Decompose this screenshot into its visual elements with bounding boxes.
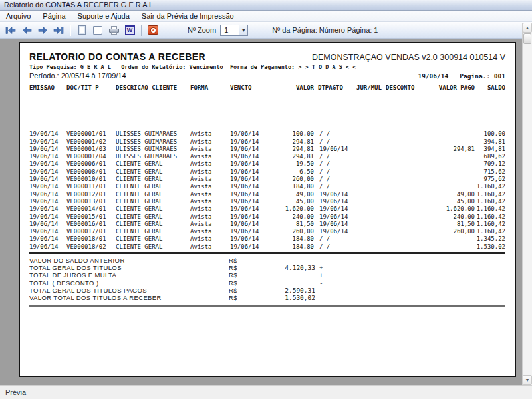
col-emissao: EMISSAO xyxy=(29,84,66,92)
table-row: 19/06/14 VE000017/01 CLIENTE GERAL Avist… xyxy=(29,228,505,235)
menu-item-label: Página xyxy=(43,12,65,20)
col-desconto: DESCONTO xyxy=(386,84,422,92)
menu-item[interactable]: Página xyxy=(37,11,71,21)
cell-desconto xyxy=(386,146,422,153)
cell-cliente: ULISSES GUIMARAES xyxy=(116,153,188,160)
menu-item-label: Suporte e Ajuda xyxy=(78,12,130,20)
cell-doc: VE000015/01 xyxy=(66,213,116,221)
cell-forma: Avista xyxy=(188,228,230,235)
cell-dtpagto: / / xyxy=(314,130,356,138)
cell-pago: 294,81 xyxy=(422,146,475,153)
zoom-label: Nº Zoom xyxy=(188,26,216,34)
table-row: 19/06/14 VE000001/04 ULISSES GUIMARAES A… xyxy=(29,153,505,160)
table-row: 19/06/14 VE000010/01 CLIENTE GERAL Avist… xyxy=(29,176,505,183)
total-sign: + xyxy=(315,271,327,279)
two-page-icon xyxy=(93,26,102,35)
menu-item[interactable]: Suporte e Ajuda xyxy=(72,11,136,21)
cell-forma: Avista xyxy=(188,213,230,221)
scroll-down-icon[interactable]: ▼ xyxy=(523,375,532,385)
scrollbar-track[interactable] xyxy=(523,45,532,375)
two-page-view-button[interactable] xyxy=(90,24,105,37)
cell-valor: 1.620,00 xyxy=(271,205,314,213)
cell-doc: VE000012/01 xyxy=(66,191,116,198)
cell-cliente: CLIENTE GERAL xyxy=(116,176,188,183)
cell-desconto xyxy=(386,153,422,160)
cell-jurmul xyxy=(356,176,386,183)
cell-dtpagto: 19/06/14 xyxy=(314,213,356,221)
cell-pago xyxy=(422,160,475,168)
cell-emissao: 19/06/14 xyxy=(29,235,66,243)
cell-vencto: 19/06/14 xyxy=(230,221,271,228)
cell-desconto xyxy=(386,130,422,138)
cell-saldo: 715,62 xyxy=(475,168,505,176)
cell-forma: Avista xyxy=(188,198,230,205)
cell-forma: Avista xyxy=(188,138,230,146)
cell-jurmul xyxy=(356,198,386,205)
table-row: 19/06/14 VE000015/01 CLIENTE GERAL Avist… xyxy=(29,213,505,221)
cell-cliente: CLIENTE GERAL xyxy=(116,198,188,205)
scroll-up-icon[interactable]: ▲ xyxy=(523,23,532,33)
cell-cliente: CLIENTE GERAL xyxy=(116,243,188,251)
total-value: 2.590,31 xyxy=(251,287,315,294)
last-page-button[interactable] xyxy=(51,24,66,37)
cell-doc: VE000017/01 xyxy=(66,228,116,235)
totals-row: VALOR DO SALDO ANTERIOR R$ xyxy=(29,257,505,264)
cell-emissao: 19/06/14 xyxy=(29,138,66,146)
menu-item[interactable]: Sair da Prévia de Impressão xyxy=(136,11,240,21)
total-label: TOTAL DE JUROS E MULTA xyxy=(29,271,229,279)
table-header: EMISSAO DOC/TIT P DESCRICAO CLIENTE FORM… xyxy=(29,84,505,92)
cell-saldo: 394,81 xyxy=(475,138,505,146)
total-sign xyxy=(315,294,327,301)
export-word-button[interactable]: W xyxy=(122,24,137,37)
cell-pago: 240,00 xyxy=(422,213,475,221)
cell-desconto xyxy=(386,235,422,243)
print-button[interactable] xyxy=(106,24,121,37)
previous-page-button[interactable] xyxy=(19,24,34,37)
zoom-dropdown[interactable]: 1 ▼ xyxy=(220,25,248,36)
toolbar-separator xyxy=(70,25,70,36)
divider-double xyxy=(29,252,505,254)
cell-saldo: 709,12 xyxy=(475,160,505,168)
cell-valor: 184,80 xyxy=(271,183,314,190)
cell-valor: 294,81 xyxy=(271,153,314,160)
cell-dtpagto: 19/06/14 xyxy=(314,205,356,213)
first-page-button[interactable] xyxy=(3,24,18,37)
cell-cliente: CLIENTE GERAL xyxy=(116,183,188,190)
cell-pago: 260,00 xyxy=(422,228,475,235)
cell-cliente: CLIENTE GERAL xyxy=(116,228,188,235)
cell-vencto: 19/06/14 xyxy=(230,160,271,168)
col-doc: DOC/TIT P xyxy=(66,84,116,92)
table-row: 19/06/14 VE000011/01 CLIENTE GERAL Avist… xyxy=(29,183,505,190)
menu-item[interactable]: Arquivo xyxy=(0,11,37,21)
cell-emissao: 19/06/14 xyxy=(29,130,66,138)
total-value xyxy=(251,257,315,264)
cell-doc: VE000011/01 xyxy=(66,183,116,190)
zoom-value: 1 xyxy=(221,26,239,34)
cell-forma: Avista xyxy=(188,153,230,160)
cell-vencto: 19/06/14 xyxy=(230,191,271,198)
vertical-scrollbar[interactable]: ▲ ▼ xyxy=(522,23,532,385)
table-row: 19/06/14 VE000014/01 CLIENTE GERAL Avist… xyxy=(29,205,505,213)
col-vencto: VENCTO xyxy=(230,84,271,92)
col-forma: FORMA xyxy=(188,84,230,92)
cell-saldo: 394,81 xyxy=(475,146,505,153)
single-page-view-button[interactable] xyxy=(74,24,89,37)
cell-pago xyxy=(422,243,475,251)
close-preview-icon xyxy=(148,25,158,35)
cell-desconto xyxy=(386,191,422,198)
scrollbar-thumb[interactable] xyxy=(523,33,531,44)
total-currency: R$ xyxy=(229,279,251,287)
cell-saldo: 1.160,42 xyxy=(475,228,505,235)
cell-doc: VE000018/01 xyxy=(66,235,116,243)
next-page-button[interactable] xyxy=(35,24,50,37)
cell-cliente: CLIENTE GERAL xyxy=(116,160,188,168)
first-page-icon xyxy=(5,27,16,34)
cell-cliente: CLIENTE GERAL xyxy=(116,205,188,213)
table-row: 19/06/14 VE000012/01 CLIENTE GERAL Avist… xyxy=(29,191,505,198)
cell-vencto: 19/06/14 xyxy=(230,213,271,221)
last-page-icon xyxy=(53,27,64,34)
cell-pago xyxy=(422,176,475,183)
cell-cliente: ULISSES GUIMARAES xyxy=(116,146,188,153)
close-preview-button[interactable] xyxy=(146,24,160,37)
total-currency: R$ xyxy=(229,257,251,264)
